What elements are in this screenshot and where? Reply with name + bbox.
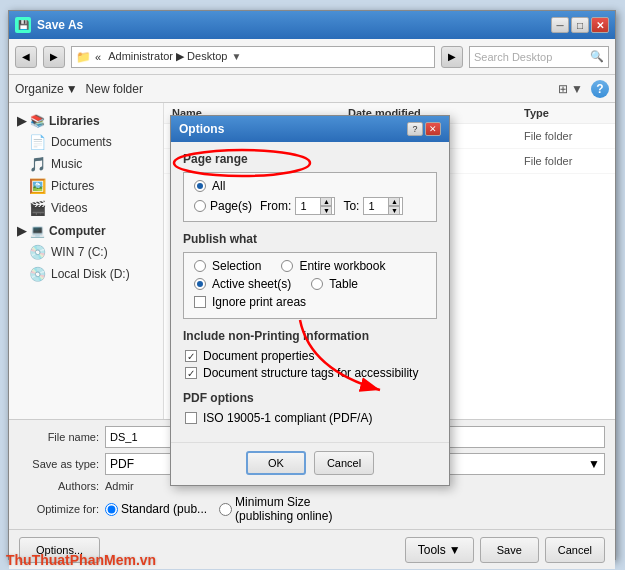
c-drive-icon: 💿 bbox=[29, 244, 46, 260]
iso-label: ISO 19005-1 compliant (PDF/A) bbox=[203, 411, 372, 425]
expand-icon: ▶ bbox=[17, 114, 26, 128]
close-button[interactable]: ✕ bbox=[591, 17, 609, 33]
go-button[interactable]: ▶ bbox=[441, 46, 463, 68]
expand-icon2: ▶ bbox=[17, 224, 26, 238]
view-dropdown-icon[interactable]: ▼ bbox=[571, 82, 583, 96]
sidebar-item-d[interactable]: 💿 Local Disk (D:) bbox=[9, 263, 163, 285]
pages-radio-item[interactable]: Page(s) From: 1 ▲ ▼ To: 1 ▲ bbox=[194, 197, 426, 215]
doc-structure-label: Document structure tags for accessibilit… bbox=[203, 366, 418, 380]
help-button[interactable]: ? bbox=[591, 80, 609, 98]
tools-label: Tools bbox=[418, 543, 446, 557]
documents-label: Documents bbox=[51, 135, 112, 149]
from-spin-up[interactable]: ▲ bbox=[320, 197, 332, 206]
to-spin-up[interactable]: ▲ bbox=[388, 197, 400, 206]
address-folder-icon: 📁 bbox=[76, 50, 91, 64]
save-as-type-value: PDF bbox=[110, 457, 134, 471]
doc-structure-checkbox[interactable]: Document structure tags for accessibilit… bbox=[185, 366, 435, 380]
sidebar-item-videos[interactable]: 🎬 Videos bbox=[9, 197, 163, 219]
active-sheets-radio[interactable]: Active sheet(s) bbox=[194, 277, 291, 291]
maximize-button[interactable]: □ bbox=[571, 17, 589, 33]
address-text: « bbox=[95, 51, 104, 63]
file-name-label: File name: bbox=[19, 431, 99, 443]
dialog-cancel-button[interactable]: Cancel bbox=[314, 451, 374, 475]
libraries-label: Libraries bbox=[49, 114, 100, 128]
iso-checkbox-box bbox=[185, 412, 197, 424]
pictures-icon: 🖼️ bbox=[29, 178, 46, 194]
new-folder-button[interactable]: New folder bbox=[86, 82, 143, 96]
publish-section-label: Publish what bbox=[183, 232, 437, 246]
non-printing-label: Include non-Printing information bbox=[183, 329, 369, 343]
ignore-print-checkbox-box bbox=[194, 296, 206, 308]
d-drive-label: Local Disk (D:) bbox=[51, 267, 130, 281]
options-button[interactable]: Options... bbox=[19, 537, 100, 563]
save-button[interactable]: Save bbox=[480, 537, 539, 563]
non-printing-section-label: Include non-Printing information bbox=[183, 329, 437, 343]
from-spin-down[interactable]: ▼ bbox=[320, 206, 332, 215]
doc-properties-checkbox-box bbox=[185, 350, 197, 362]
ignore-print-label: Ignore print areas bbox=[212, 295, 306, 309]
pages-label: Page(s) bbox=[210, 199, 252, 213]
selection-label: Selection bbox=[212, 259, 261, 273]
music-label: Music bbox=[51, 157, 82, 171]
active-sheets-label: Active sheet(s) bbox=[212, 277, 291, 291]
new-folder-label: New folder bbox=[86, 82, 143, 96]
pdf-options-section-label: PDF options bbox=[183, 391, 437, 405]
pdf-options-label: PDF options bbox=[183, 391, 254, 405]
all-radio-item[interactable]: All bbox=[194, 179, 426, 193]
d-drive-icon: 💿 bbox=[29, 266, 46, 282]
from-value: 1 bbox=[298, 200, 308, 212]
address-bar[interactable]: 📁 « Administrator ▶ Desktop ▼ bbox=[71, 46, 435, 68]
music-icon: 🎵 bbox=[29, 156, 46, 172]
optimize-standard-radio[interactable]: Standard (pub... bbox=[105, 495, 207, 523]
tools-dropdown-icon: ▼ bbox=[449, 543, 461, 557]
sidebar-item-music[interactable]: 🎵 Music bbox=[9, 153, 163, 175]
to-label: To: bbox=[343, 199, 359, 213]
sidebar-item-c[interactable]: 💿 WIN 7 (C:) bbox=[9, 241, 163, 263]
optimize-minimum-input[interactable] bbox=[219, 503, 232, 516]
sidebar: ▶ 📚 Libraries 📄 Documents 🎵 Music 🖼️ Pic… bbox=[9, 103, 164, 419]
save-type-dropdown-icon: ▼ bbox=[588, 457, 600, 471]
minimize-button[interactable]: ─ bbox=[551, 17, 569, 33]
c-drive-label: WIN 7 (C:) bbox=[51, 245, 108, 259]
table-radio[interactable]: Table bbox=[311, 277, 358, 291]
forward-button[interactable]: ▶ bbox=[43, 46, 65, 68]
page-range-label: Page range bbox=[183, 152, 248, 166]
back-button[interactable]: ◀ bbox=[15, 46, 37, 68]
search-box[interactable]: Search Desktop 🔍 bbox=[469, 46, 609, 68]
optimize-minimum-radio[interactable]: Minimum Size(publishing online) bbox=[219, 495, 332, 523]
window-title: Save As bbox=[37, 18, 83, 32]
dialog-title-text: Options bbox=[179, 122, 224, 136]
publish-box: Selection Entire workbook Active sheet(s… bbox=[183, 252, 437, 319]
computer-icon: 💻 bbox=[30, 224, 45, 238]
tools-button[interactable]: Tools ▼ bbox=[405, 537, 474, 563]
dialog-close-button[interactable]: ✕ bbox=[425, 122, 441, 136]
address-dropdown-icon[interactable]: ▼ bbox=[231, 51, 241, 62]
ignore-print-checkbox[interactable]: Ignore print areas bbox=[194, 295, 426, 309]
videos-label: Videos bbox=[51, 201, 87, 215]
videos-icon: 🎬 bbox=[29, 200, 46, 216]
doc-structure-checkbox-box bbox=[185, 367, 197, 379]
cancel-button[interactable]: Cancel bbox=[545, 537, 605, 563]
doc-properties-checkbox[interactable]: Document properties bbox=[185, 349, 435, 363]
sidebar-item-pictures[interactable]: 🖼️ Pictures bbox=[9, 175, 163, 197]
documents-icon: 📄 bbox=[29, 134, 46, 150]
organize-button[interactable]: Organize ▼ bbox=[15, 82, 78, 96]
optimize-standard-input[interactable] bbox=[105, 503, 118, 516]
search-icon: 🔍 bbox=[590, 50, 604, 63]
entire-workbook-radio[interactable]: Entire workbook bbox=[281, 259, 385, 273]
to-spin-down[interactable]: ▼ bbox=[388, 206, 400, 215]
table-radio-circle bbox=[311, 278, 323, 290]
view-icon1[interactable]: ⊞ bbox=[558, 82, 568, 96]
optimize-label: Optimize for: bbox=[19, 503, 99, 515]
active-sheets-radio-circle bbox=[194, 278, 206, 290]
sidebar-item-documents[interactable]: 📄 Documents bbox=[9, 131, 163, 153]
dialog-ok-button[interactable]: OK bbox=[246, 451, 306, 475]
optimize-minimum-label: Minimum Size(publishing online) bbox=[235, 495, 332, 523]
iso-checkbox[interactable]: ISO 19005-1 compliant (PDF/A) bbox=[185, 411, 435, 425]
publish-label: Publish what bbox=[183, 232, 257, 246]
search-placeholder: Search Desktop bbox=[474, 51, 586, 63]
file1-type: File folder bbox=[524, 130, 607, 142]
entire-workbook-radio-circle bbox=[281, 260, 293, 272]
dialog-help-button[interactable]: ? bbox=[407, 122, 423, 136]
selection-radio[interactable]: Selection bbox=[194, 259, 261, 273]
